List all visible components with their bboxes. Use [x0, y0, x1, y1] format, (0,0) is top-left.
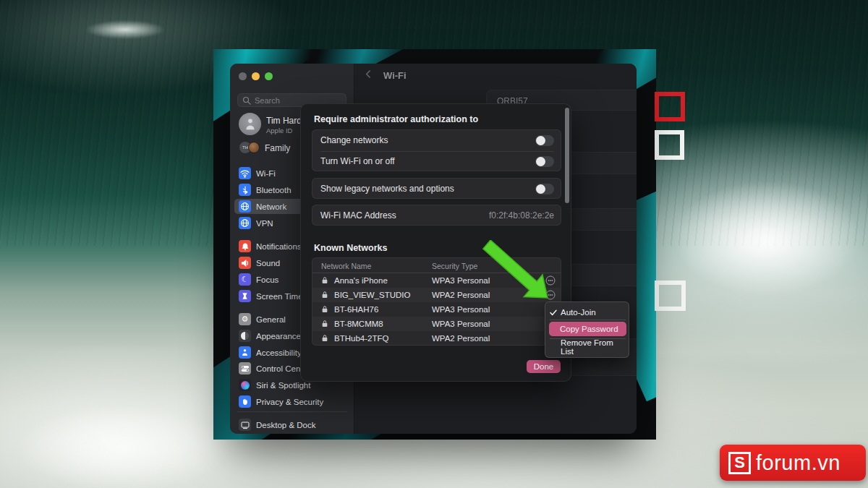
pane-title: Wi-Fi	[383, 70, 407, 81]
turn-wifi-row: Turn Wi-Fi on or off	[312, 151, 562, 171]
family-avatar	[248, 142, 260, 153]
change-networks-row: Change networks	[312, 130, 562, 150]
mac-group: Wi-Fi MAC Address f0:2f:4b:08:2e:2e	[312, 205, 561, 226]
sidebar-divider	[237, 411, 347, 412]
foam-patch	[85, 20, 165, 39]
sidebar-item-privacy-security[interactable]: Privacy & Security	[234, 394, 350, 409]
mac-address-row: Wi-Fi MAC Address f0:2f:4b:08:2e:2e	[312, 205, 562, 226]
done-button[interactable]: Done	[527, 360, 561, 373]
close-button[interactable]	[239, 72, 247, 80]
lock-icon	[321, 305, 328, 313]
back-chevron-icon[interactable]	[365, 69, 371, 79]
menu-divider	[550, 320, 626, 320]
known-networks-title: Known Networks	[314, 243, 387, 253]
mac-address-value: f0:2f:4b:08:2e:2e	[489, 210, 554, 221]
table-row[interactable]: BTHub4-2TFQ WPA2 Personal	[312, 331, 561, 346]
white-frame-decoration	[655, 130, 684, 160]
zoom-button[interactable]	[265, 72, 273, 80]
desktop-dock-icon	[239, 419, 251, 431]
speaker-icon	[239, 257, 251, 269]
profile-subtitle: Apple ID	[266, 127, 292, 134]
lock-icon	[321, 320, 328, 328]
gear-icon: ⚙	[239, 313, 251, 325]
white-frame-decoration	[655, 281, 686, 311]
moon-icon: ☾	[239, 273, 251, 286]
hourglass-icon	[239, 290, 251, 302]
accessibility-person-icon	[239, 346, 251, 359]
lock-icon	[321, 291, 328, 299]
avatar[interactable]	[239, 113, 261, 135]
screenshot-root: Wi-Fi ORBI57 Details... Other...	[0, 0, 868, 488]
lock-icon	[321, 334, 328, 342]
network-globe-icon	[239, 200, 251, 213]
column-security-type: Security Type	[432, 262, 477, 270]
scrollbar-thumb[interactable]	[565, 108, 569, 203]
lock-icon	[321, 276, 328, 284]
auth-toggle-group: Change networks Turn Wi-Fi on or off	[312, 129, 561, 171]
menu-item-copy-password[interactable]: Copy Password	[549, 322, 626, 336]
wave-crest	[673, 181, 861, 296]
table-row[interactable]: BT-8MCMM8 WPA3 Personal	[312, 317, 561, 331]
hand-icon	[239, 395, 251, 408]
bluetooth-icon	[239, 184, 251, 196]
sheet-header: Require administrator authorization to	[314, 114, 478, 124]
table-row[interactable]: BT-6HAH76 WPA3 Personal	[312, 302, 561, 317]
legacy-group: Show legacy networks and options	[312, 178, 561, 199]
foam-patch	[14, 405, 231, 488]
sidebar-item-desktop-dock[interactable]: Desktop & Dock	[234, 417, 350, 432]
wifi-icon	[239, 167, 251, 179]
sforum-watermark: S forum.vn	[720, 445, 866, 481]
bell-icon	[239, 240, 251, 252]
check-icon	[550, 309, 558, 316]
change-networks-toggle[interactable]	[535, 135, 554, 146]
column-network-name: Network Name	[321, 262, 371, 270]
menu-item-remove-from-list[interactable]: Remove From List	[550, 341, 626, 354]
legacy-networks-toggle[interactable]	[535, 184, 554, 194]
sidebar-item-family[interactable]: Family	[265, 143, 290, 153]
turn-wifi-toggle[interactable]	[535, 156, 554, 167]
network-context-menu: Auto-Join Copy Password Remove From List	[545, 301, 629, 358]
pane-header: Wi-Fi	[354, 64, 637, 85]
appearance-icon	[239, 330, 251, 342]
sforum-text: forum.vn	[756, 451, 841, 475]
sforum-s-mark: S	[728, 452, 751, 474]
search-icon	[242, 96, 251, 105]
annotation-arrow-icon	[481, 240, 553, 304]
control-center-sliders-icon	[239, 362, 251, 374]
menu-item-auto-join[interactable]: Auto-Join	[550, 307, 626, 318]
minimize-button[interactable]	[252, 72, 260, 80]
red-frame-decoration	[655, 92, 685, 121]
siri-orb-icon	[239, 379, 251, 391]
legacy-row: Show legacy networks and options	[312, 179, 562, 199]
vpn-globe-icon	[239, 217, 251, 229]
